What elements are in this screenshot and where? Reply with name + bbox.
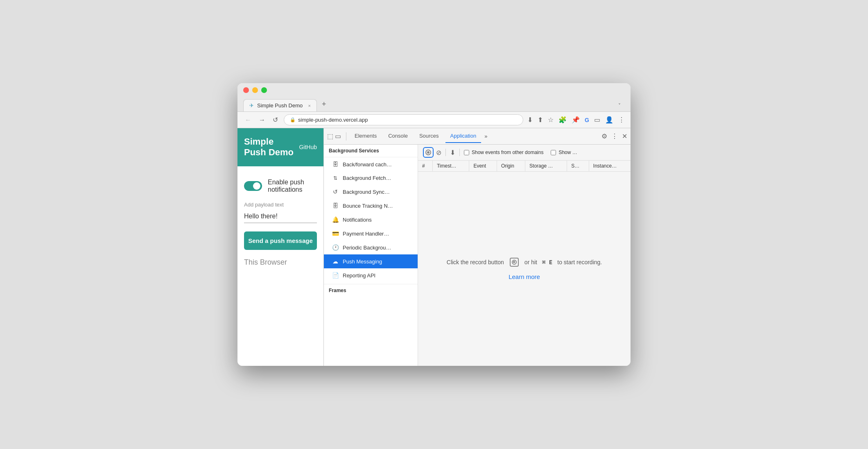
sidebar-item-back-forward[interactable]: 🗄 Back/forward cach… (324, 157, 418, 171)
devtools-settings-icon[interactable]: ⚙ (601, 132, 607, 140)
minimize-button[interactable] (252, 87, 258, 93)
sidebar-item-reporting-api[interactable]: 📄 Reporting API (324, 268, 418, 282)
close-button[interactable] (243, 87, 249, 93)
tab-console[interactable]: Console (383, 129, 413, 143)
click-record-text: Click the record button (447, 259, 504, 265)
show-events-checkbox[interactable] (464, 150, 469, 155)
show-events-checkbox-row[interactable]: Show events from other domains (464, 150, 543, 155)
sidebar-item-bounce-tracking[interactable]: 🗄 Bounce Tracking N… (324, 199, 418, 213)
title-bar: ✈ Simple Push Demo × + ˅ (237, 83, 631, 112)
more-tabs-button[interactable]: » (483, 130, 489, 143)
devtools-close-icon[interactable]: ✕ (622, 132, 627, 140)
tab-elements[interactable]: Elements (350, 129, 382, 143)
pin-icon[interactable]: 📌 (572, 116, 580, 124)
push-messaging-icon: ☁ (332, 258, 339, 265)
site-title: Simple Push Demo (244, 136, 294, 158)
record-inner (425, 150, 431, 155)
payload-input[interactable] (244, 210, 317, 223)
sidebar-item-push-messaging[interactable]: ☁ Push Messaging (324, 254, 418, 268)
new-tab-button[interactable]: + (317, 97, 331, 111)
payload-section: Add payload text (244, 202, 317, 223)
clear-button[interactable]: ⊘ (436, 149, 441, 156)
record-inline-icon (510, 258, 519, 267)
devtools-select-icon[interactable]: ⬚ (327, 132, 333, 140)
show-events-label: Show events from other domains (472, 150, 543, 155)
devtools-sidebar: Background Services 🗄 Back/forward cach…… (324, 145, 418, 366)
notifications-icon: 🔔 (332, 216, 339, 223)
col-s: S… (567, 161, 589, 172)
address-bar: ← → ↺ 🔒 simple-push-demo.vercel.app ⬇ ⬆ … (237, 112, 631, 128)
devtools-main-panel: ⊘ ⬇ Show events from other domains Show … (418, 145, 631, 366)
download-button[interactable]: ⬇ (450, 149, 455, 156)
sidebar-item-background-sync[interactable]: ↺ Background Sync… (324, 185, 418, 199)
record-button[interactable] (423, 147, 434, 158)
show-checkbox-row[interactable]: Show … (551, 150, 577, 155)
site-header: Simple Push Demo GitHub (237, 128, 323, 166)
profile-icon[interactable]: 👤 (605, 116, 613, 124)
extensions-icon[interactable]: 🧩 (558, 116, 567, 124)
tab-close-button[interactable]: × (308, 103, 311, 108)
or-hit-text: or hit (524, 259, 537, 265)
traffic-lights (243, 87, 625, 93)
bookmark-icon[interactable]: ☆ (548, 116, 554, 124)
sidebar-item-payment-handler[interactable]: 💳 Payment Handler… (324, 227, 418, 240)
shortcut-text: ⌘ E (542, 259, 552, 265)
toolbar-separator-2 (459, 149, 460, 156)
center-message: Click the record button or hit ⌘ E (418, 172, 631, 366)
record-inline-inner (512, 260, 517, 265)
back-button[interactable]: ← (243, 116, 253, 125)
toggle-label: Enable push notifications (268, 179, 317, 193)
toolbar-separator-1 (346, 132, 346, 141)
this-browser-label: This Browser (244, 258, 317, 267)
back-forward-icon: 🗄 (332, 161, 339, 168)
background-services-header: Background Services (324, 145, 418, 157)
payment-handler-icon: 💳 (332, 230, 339, 237)
devtools-pane: ⬚ ▭ Elements Console Sources Application… (323, 128, 631, 366)
url-input[interactable]: 🔒 simple-push-demo.vercel.app (284, 114, 523, 125)
push-notifications-toggle[interactable] (244, 181, 262, 191)
forward-button[interactable]: → (257, 116, 267, 125)
tab-dropdown-button[interactable]: ˅ (614, 100, 625, 111)
bg-services-toolbar: ⊘ ⬇ Show events from other domains Show … (418, 145, 631, 161)
send-push-button[interactable]: Send a push message (244, 231, 317, 250)
reporting-api-icon: 📄 (332, 272, 339, 279)
sidebar-item-periodic-background[interactable]: 🕐 Periodic Backgrou… (324, 240, 418, 254)
devtools-toolbar: ⬚ ▭ Elements Console Sources Application… (324, 128, 631, 145)
col-instance: Instance… (589, 161, 631, 172)
share-icon[interactable]: ⬆ (538, 116, 543, 124)
devtools-actions: ⚙ ⋮ ✕ (601, 132, 627, 140)
show-checkbox[interactable] (551, 150, 556, 155)
browser-toolbar-icons: ⬇ ⬆ ☆ 🧩 📌 G ▭ 👤 ⋮ (527, 116, 625, 124)
learn-more-link[interactable]: Learn more (509, 273, 540, 280)
toolbar-separator (445, 149, 446, 156)
layout-icon[interactable]: ▭ (594, 116, 600, 124)
menu-icon[interactable]: ⋮ (618, 116, 625, 124)
github-link[interactable]: GitHub (299, 144, 317, 150)
devtools-body: Background Services 🗄 Back/forward cach…… (324, 145, 631, 366)
events-table: # Timest… Event Origin Storage … S… Inst… (418, 161, 631, 172)
frames-section-header: Frames (324, 284, 418, 297)
sidebar-item-notifications[interactable]: 🔔 Notifications (324, 213, 418, 227)
devtools-more-icon[interactable]: ⋮ (611, 132, 618, 140)
background-sync-icon: ↺ (332, 188, 339, 195)
devtools-device-icon[interactable]: ▭ (335, 132, 341, 140)
google-icon[interactable]: G (585, 117, 589, 123)
table-header-row: # Timest… Event Origin Storage … S… Inst… (418, 161, 631, 172)
to-start-text: to start recording. (557, 259, 602, 265)
tab-title: Simple Push Demo (257, 102, 303, 109)
col-hash: # (418, 161, 432, 172)
sidebar-item-background-fetch[interactable]: ⇅ Background Fetch… (324, 171, 418, 185)
show-label: Show … (558, 150, 577, 155)
tab-application[interactable]: Application (445, 129, 481, 143)
refresh-button[interactable]: ↺ (271, 115, 280, 125)
cast-icon[interactable]: ⬇ (527, 116, 533, 124)
tab-sources[interactable]: Sources (414, 129, 444, 143)
col-event: Event (469, 161, 497, 172)
center-message-text: Click the record button or hit ⌘ E (447, 258, 602, 267)
maximize-button[interactable] (261, 87, 267, 93)
site-body: Enable push notifications Add payload te… (237, 166, 323, 279)
record-dot (427, 151, 429, 154)
tab-bar: ✈ Simple Push Demo × + ˅ (243, 97, 625, 111)
browser-tab[interactable]: ✈ Simple Push Demo × (243, 99, 317, 111)
record-button-inline-icon (510, 258, 519, 267)
